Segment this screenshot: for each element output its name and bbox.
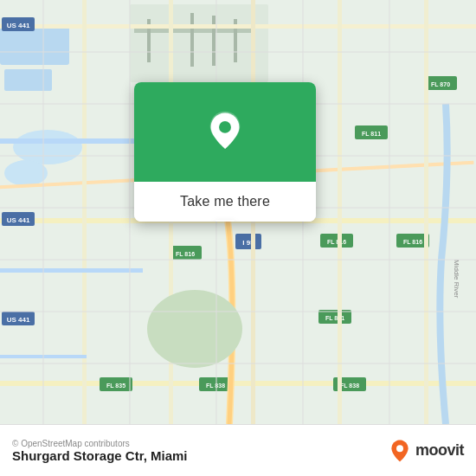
svg-text:FL 835: FL 835 bbox=[106, 383, 125, 389]
map-container: US 441 US 441 US 441 FL 870 FL 811 FL 81… bbox=[0, 0, 476, 424]
svg-text:FL 816: FL 816 bbox=[176, 251, 195, 257]
svg-text:US 441: US 441 bbox=[7, 216, 30, 224]
svg-point-68 bbox=[396, 445, 403, 452]
svg-text:FL 816: FL 816 bbox=[403, 239, 422, 245]
popup-tail bbox=[215, 220, 235, 222]
svg-rect-9 bbox=[190, 13, 194, 67]
svg-text:FL 838: FL 838 bbox=[206, 383, 225, 389]
svg-point-50 bbox=[147, 290, 242, 368]
location-popup: Take me there bbox=[134, 82, 316, 222]
svg-text:FL 811: FL 811 bbox=[362, 131, 381, 137]
svg-point-3 bbox=[13, 130, 82, 164]
moovit-logo: moovit bbox=[388, 439, 464, 463]
svg-rect-1 bbox=[0, 26, 69, 65]
svg-rect-2 bbox=[4, 69, 52, 91]
popup-header bbox=[134, 82, 316, 182]
map-attribution: © OpenStreetMap contributors bbox=[12, 439, 188, 448]
svg-rect-47 bbox=[338, 0, 342, 424]
svg-rect-12 bbox=[0, 24, 476, 29]
svg-text:Middle River: Middle River bbox=[453, 260, 460, 299]
svg-rect-52 bbox=[0, 268, 143, 273]
svg-text:FL 816: FL 816 bbox=[327, 239, 346, 245]
svg-text:US 441: US 441 bbox=[7, 316, 30, 324]
svg-rect-48 bbox=[424, 0, 428, 424]
svg-rect-14 bbox=[0, 381, 476, 386]
moovit-pin-icon bbox=[388, 439, 412, 463]
location-pin-icon bbox=[203, 110, 248, 155]
svg-point-4 bbox=[4, 160, 48, 186]
svg-text:FL 870: FL 870 bbox=[431, 81, 450, 87]
svg-text:US 441: US 441 bbox=[7, 22, 30, 29]
moovit-label: moovit bbox=[415, 441, 464, 460]
svg-text:FL 838: FL 838 bbox=[340, 383, 359, 389]
bottom-bar: © OpenStreetMap contributors Shurgard St… bbox=[0, 424, 476, 476]
svg-rect-10 bbox=[212, 16, 215, 66]
location-name: Shurgard Storage Ctr, Miami bbox=[12, 448, 188, 463]
svg-point-67 bbox=[219, 121, 231, 133]
svg-rect-44 bbox=[82, 0, 87, 424]
take-me-there-button[interactable]: Take me there bbox=[134, 182, 316, 222]
